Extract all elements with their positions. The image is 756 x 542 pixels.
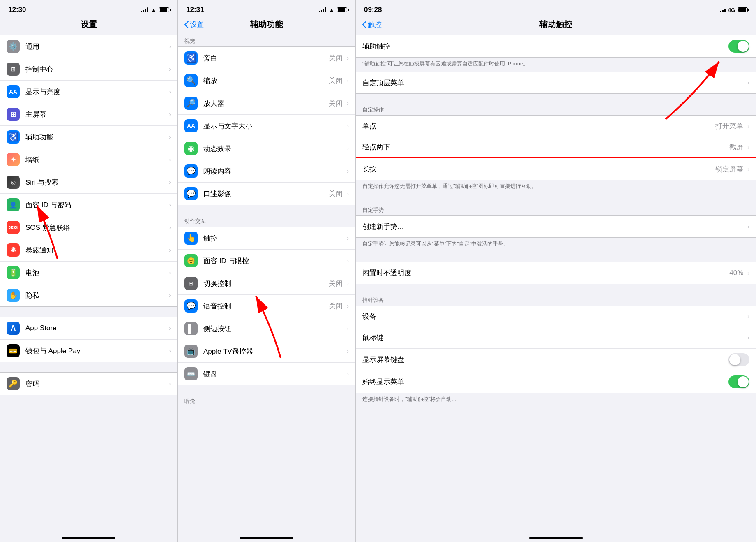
nav-bar-panel1: 设置 — [0, 17, 177, 35]
accessibility-item-zoom[interactable]: 🔍 缩放 关闭 › — [178, 69, 355, 92]
chevron-icon: › — [347, 303, 349, 309]
bottom-desc: 连接指针设备时，"辅助触控"将会自动... — [356, 393, 756, 407]
keyboard-icon: ⌨️ — [184, 367, 198, 380]
accessibility-item-faceid2[interactable]: 😊 面容 ID 与眼控 › — [178, 250, 355, 272]
keyboard-label: 键盘 — [203, 369, 345, 379]
faceid-icon: 👤 — [7, 198, 20, 211]
assistivetouch-toggle[interactable] — [728, 40, 749, 53]
settings-item-wallpaper[interactable]: ✦ 墙纸 › — [0, 148, 177, 171]
wallpaper-label: 墙纸 — [25, 155, 167, 164]
chevron-icon: › — [747, 313, 749, 320]
settings-item-siri[interactable]: ◎ Siri 与搜索 › — [0, 171, 177, 194]
toggle-knob3 — [738, 376, 749, 387]
privacy-label: 隐私 — [25, 291, 167, 300]
create-gesture-item[interactable]: 创建新手势... › — [356, 216, 756, 237]
dictation-label: 口述影像 — [203, 189, 329, 199]
accessibility-item-magnifier[interactable]: 🔎 放大器 关闭 › — [178, 92, 355, 115]
accessibility-item-switch[interactable]: ⊞ 切换控制 关闭 › — [178, 272, 355, 295]
time-panel3: 09:28 — [364, 6, 382, 14]
faceid2-label: 面容 ID 与眼控 — [203, 256, 345, 266]
accessibility-item-voiceover[interactable]: ♿ 旁白 关闭 › — [178, 47, 355, 69]
settings-item-password[interactable]: 🔑 密码 › — [0, 373, 177, 395]
password-label: 密码 — [25, 379, 167, 389]
zoom-icon: 🔍 — [184, 74, 198, 87]
always-show-menu-item[interactable]: 始终显示菜单 — [356, 371, 756, 393]
magnifier-label: 放大器 — [203, 99, 329, 108]
exposure-icon: ✺ — [7, 243, 20, 257]
show-keyboard-item[interactable]: 显示屏幕键盘 — [356, 349, 756, 371]
back-button-panel2[interactable]: 设置 — [184, 20, 204, 29]
idle-opacity-item[interactable]: 闲置时不透明度 40% › — [356, 262, 756, 284]
settings-item-wallet[interactable]: 💳 钱包与 Apple Pay › — [0, 340, 177, 362]
double-tap-item[interactable]: 轻点两下 截屏 › — [356, 137, 756, 158]
accessibility-item-spoken[interactable]: 💬 朗读内容 › — [178, 160, 355, 183]
assistivetouch-toggle-item[interactable]: 辅助触控 — [356, 35, 756, 57]
time-panel2: 12:31 — [186, 6, 204, 14]
section-custom-actions: 自定操作 — [356, 104, 756, 115]
settings-item-homescreen[interactable]: ⊞ 主屏幕 › — [0, 103, 177, 126]
chevron-icon: › — [347, 100, 349, 107]
single-tap-item[interactable]: 单点 打开菜单 › — [356, 116, 756, 137]
appstore-label: App Store — [25, 324, 167, 332]
page-title-panel1: 设置 — [81, 19, 97, 30]
settings-item-appstore[interactable]: A App Store › — [0, 317, 177, 340]
settings-item-sos[interactable]: SOS SOS 紧急联络 › — [0, 216, 177, 239]
accessibility-item-keyboard[interactable]: ⌨️ 键盘 › — [178, 363, 355, 385]
settings-item-faceid[interactable]: 👤 面容 ID 与密码 › — [0, 194, 177, 216]
control-center-label: 控制中心 — [25, 65, 167, 74]
long-press-item[interactable]: 长按 锁定屏幕 › — [356, 158, 756, 180]
chevron-icon: › — [169, 224, 171, 231]
always-show-menu-toggle[interactable] — [728, 375, 749, 388]
accessibility-item-display-text[interactable]: AA 显示与文字大小 › — [178, 115, 355, 137]
section-hearing: 听觉 — [178, 395, 355, 407]
settings-item-privacy[interactable]: ✋ 隐私 › — [0, 284, 177, 306]
nav-bar-panel2: 设置 辅助功能 — [178, 17, 355, 35]
show-keyboard-label: 显示屏幕键盘 — [362, 355, 728, 364]
homescreen-label: 主屏幕 — [25, 110, 167, 119]
section-vision: 视觉 — [178, 35, 355, 46]
create-gesture-label: 创建新手势... — [362, 222, 746, 232]
customize-top-menu-item[interactable]: 自定顶层菜单 › — [356, 72, 756, 93]
accessibility-item-dictation[interactable]: 💬 口述影像 关闭 › — [178, 183, 355, 205]
settings-item-control-center[interactable]: ⊞ 控制中心 › — [0, 58, 177, 81]
voiceover-label: 旁白 — [203, 53, 329, 63]
chevron-icon: › — [347, 325, 349, 332]
spoken-label: 朗读内容 — [203, 167, 345, 176]
siri-label: Siri 与搜索 — [25, 178, 167, 187]
password-icon: 🔑 — [7, 377, 20, 390]
display-text-label: 显示与文字大小 — [203, 121, 345, 131]
settings-item-display[interactable]: AA 显示与亮度 › — [0, 81, 177, 103]
chevron-icon: › — [347, 168, 349, 174]
mouse-key-item[interactable]: 鼠标键 › — [356, 327, 756, 349]
faceid2-icon: 😊 — [184, 254, 198, 267]
magnifier-icon: 🔎 — [184, 97, 198, 110]
status-icons-panel2: ▲ — [319, 7, 347, 13]
sos-icon: SOS — [7, 221, 20, 234]
chevron-icon: › — [347, 55, 349, 61]
settings-list: ⚙️ 通用 › ⊞ 控制中心 › AA 显示与亮度 › ⊞ 主屏幕 › — [0, 35, 177, 534]
show-keyboard-toggle[interactable] — [728, 353, 749, 366]
accessibility-item-voice[interactable]: 💬 语音控制 关闭 › — [178, 295, 355, 317]
accessibility-item-touch[interactable]: 👆 触控 › — [178, 227, 355, 250]
home-indicator-panel3 — [356, 534, 756, 542]
side-button-label: 侧边按钮 — [203, 324, 345, 334]
chevron-icon: › — [747, 270, 749, 276]
customize-menu-group: 自定顶层菜单 › — [356, 72, 756, 94]
battery-label: 电池 — [25, 268, 167, 278]
settings-item-battery[interactable]: 🔋 电池 › — [0, 262, 177, 284]
accessibility-item-side-button[interactable]: ▌ 侧边按钮 › — [178, 317, 355, 340]
status-icons-panel3: 4G — [720, 7, 748, 13]
signal-icon3 — [720, 7, 726, 12]
accessibility-item-motion[interactable]: ◉ 动态效果 › — [178, 137, 355, 160]
general-label: 通用 — [25, 42, 167, 51]
back-button-panel3[interactable]: 触控 — [362, 20, 382, 29]
signal-icon2 — [319, 7, 326, 12]
device-item[interactable]: 设备 › — [356, 306, 756, 327]
chevron-icon: › — [169, 202, 171, 208]
settings-item-accessibility[interactable]: ♿ 辅助功能 › — [0, 126, 177, 148]
accessibility-item-appletv[interactable]: 📺 Apple TV遥控器 › — [178, 340, 355, 363]
idle-opacity-group: 闲置时不透明度 40% › — [356, 262, 756, 284]
settings-item-general[interactable]: ⚙️ 通用 › — [0, 35, 177, 58]
settings-item-exposure[interactable]: ✺ 暴露通知 › — [0, 239, 177, 262]
chevron-icon: › — [347, 280, 349, 287]
